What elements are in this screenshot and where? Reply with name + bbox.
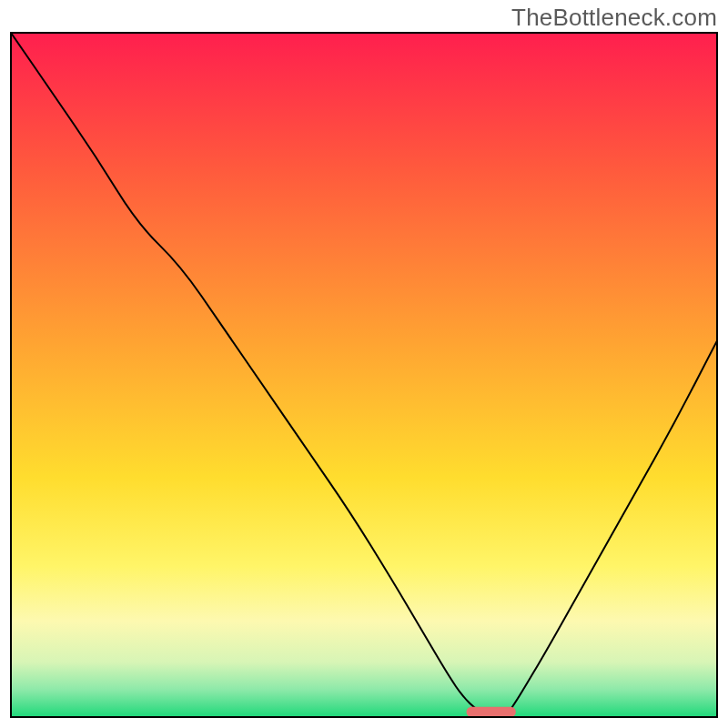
bottleneck-chart — [0, 0, 728, 728]
optimal-marker — [467, 707, 516, 717]
gradient-background — [11, 33, 717, 717]
watermark-text: TheBottleneck.com — [511, 4, 717, 32]
chart-stage: TheBottleneck.com — [0, 0, 728, 728]
